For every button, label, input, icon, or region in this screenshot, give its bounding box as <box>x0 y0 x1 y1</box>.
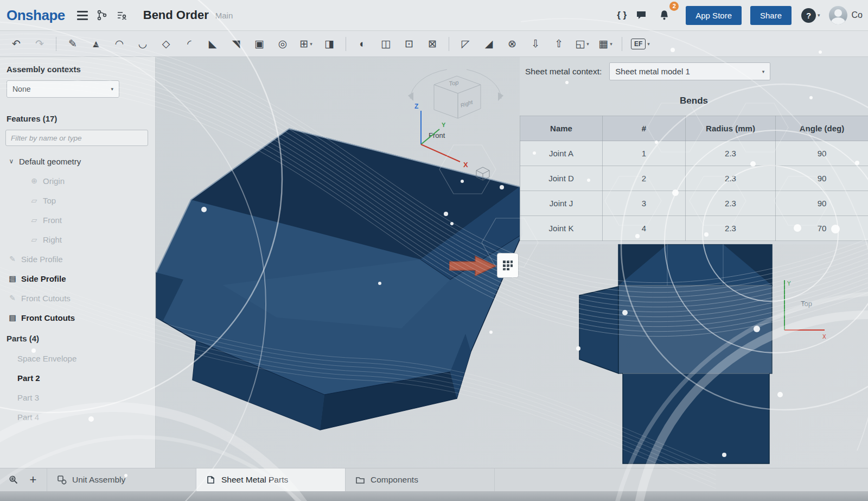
linear-pattern-icon: ⊞ <box>299 37 308 50</box>
comments-button[interactable] <box>631 5 651 25</box>
extrude-button[interactable]: ▲ <box>85 34 107 54</box>
add-tab-button[interactable]: + <box>24 471 42 489</box>
featurescript-button[interactable]: { } <box>612 5 631 25</box>
z-axis-label: Z <box>414 103 418 110</box>
feature-item-front-plane[interactable]: ▱ Front <box>0 210 155 230</box>
cell-angle[interactable]: 90 <box>776 166 868 191</box>
mirror-button[interactable]: ◨ <box>318 34 340 54</box>
flat-pattern-view[interactable]: Top Y X <box>569 238 840 471</box>
transform-button[interactable]: ⊡ <box>398 34 420 54</box>
shell-button[interactable]: ▣ <box>248 34 270 54</box>
tab-sheet-metal-parts[interactable]: Sheet Metal Parts <box>196 468 346 491</box>
redo-button[interactable]: ↷ <box>29 34 50 54</box>
insert-button[interactable]: ◱▾ <box>571 34 593 54</box>
sweep-button[interactable]: ◡ <box>132 34 154 54</box>
part-item-space-envelope[interactable]: Space Envelope <box>0 348 155 368</box>
cell-order[interactable]: 1 <box>603 141 686 166</box>
bend-table-button[interactable]: ▦▾ <box>595 34 616 54</box>
onshape-logo[interactable]: Onshape <box>7 7 65 24</box>
tab-components[interactable]: Components <box>346 468 495 491</box>
part-item-part-3[interactable]: Part 3 <box>0 388 155 407</box>
feature-toolbar: ↶ ↷ ✎ ▲ ◠ ◡ ◇ ◜ ◣ ◥ ▣ ◎ ⊞▾ ◨ ◐ ◫ ⊡ ⊠ ◸ ◢… <box>0 31 868 57</box>
feature-item-front-cutouts[interactable]: ▤ Front Cutouts <box>0 308 155 327</box>
toolbar-divider <box>449 37 449 51</box>
chevron-down-icon: ∨ <box>8 157 15 165</box>
cell-angle[interactable]: 90 <box>776 141 868 166</box>
sheet-metal-context-select[interactable]: Sheet metal model 1 ▾ <box>609 62 770 80</box>
draft-button[interactable]: ◥ <box>225 34 247 54</box>
feature-item-side-profile[interactable]: ▤ Side Profile <box>0 269 155 288</box>
fillet-button[interactable]: ◜ <box>178 34 200 54</box>
search-tabs-button[interactable] <box>4 471 23 489</box>
feature-item-top-plane[interactable]: ▱ Top <box>0 191 155 210</box>
chamfer-button[interactable]: ◣ <box>202 34 224 54</box>
folder-icon <box>355 475 365 484</box>
share-button[interactable]: Share <box>750 6 792 25</box>
table-row[interactable]: Joint A 1 2.3 90 <box>520 141 868 166</box>
cell-angle[interactable]: 70 <box>776 216 868 241</box>
split-button[interactable]: ◫ <box>375 34 397 54</box>
sheet-metal-context-value: Sheet metal model 1 <box>615 67 690 76</box>
loft-button[interactable]: ◇ <box>155 34 177 54</box>
table-row[interactable]: Joint K 4 2.3 70 <box>520 216 868 241</box>
toolbar-divider <box>346 37 346 51</box>
assembly-icon <box>57 475 67 485</box>
cell-radius[interactable]: 2.3 <box>686 216 776 241</box>
feature-item-side-profile-sketch[interactable]: ✎ Side Profile <box>0 249 155 269</box>
notifications-button[interactable]: 2 <box>654 5 674 25</box>
cell-order[interactable]: 4 <box>603 216 686 241</box>
cell-order[interactable]: 2 <box>603 166 686 191</box>
flange-button[interactable]: ◸ <box>455 34 476 54</box>
table-row[interactable]: Joint D 2 2.3 90 <box>520 166 868 191</box>
corner-break-button[interactable]: ◢ <box>478 34 500 54</box>
flat-pattern-toggle-button[interactable] <box>497 253 519 278</box>
feature-item-origin[interactable]: ⊕ Origin <box>0 171 155 191</box>
feature-item-front-cutouts-sketch[interactable]: ✎ Front Cutouts <box>0 288 155 308</box>
assembly-contexts-heading: Assembly contexts <box>0 65 155 74</box>
cell-radius[interactable]: 2.3 <box>686 191 776 216</box>
export-flat-button[interactable]: ⇩ <box>525 34 546 54</box>
app-store-button[interactable]: App Store <box>686 6 742 25</box>
publish-button[interactable]: ⇧ <box>548 34 570 54</box>
feature-tree: ∨ Default geometry ⊕ Origin ▱ Top ▱ Fron… <box>0 151 155 327</box>
sketch-button[interactable]: ✎ <box>62 34 84 54</box>
main-menu-button[interactable] <box>73 5 92 25</box>
feature-filter-input[interactable] <box>5 130 148 146</box>
user-avatar[interactable] <box>829 6 847 24</box>
cell-name[interactable]: Joint K <box>520 216 603 241</box>
follow-mode-button[interactable] <box>112 5 131 25</box>
part-item-part-2[interactable]: Part 2 <box>0 368 155 388</box>
boolean-button[interactable]: ◐ <box>352 34 373 54</box>
split-icon: ◫ <box>381 37 391 50</box>
cell-name[interactable]: Joint J <box>520 191 603 216</box>
feature-item-right-plane[interactable]: ▱ Right <box>0 230 155 249</box>
tab-bar: + Unit Assembly Sheet Metal Parts Co <box>0 468 868 491</box>
table-row[interactable]: Joint J 3 2.3 90 <box>520 191 868 216</box>
part-item-part-4[interactable]: Part 4 <box>0 407 155 427</box>
assembly-context-select[interactable]: None ▾ <box>7 80 119 98</box>
cell-name[interactable]: Joint D <box>520 166 603 191</box>
revolve-button[interactable]: ◠ <box>108 34 130 54</box>
undo-button[interactable]: ↶ <box>5 34 27 54</box>
delete-face-button[interactable]: ⊠ <box>422 34 443 54</box>
versions-button[interactable] <box>92 5 112 25</box>
chamfer-icon: ◣ <box>209 37 217 50</box>
cell-name[interactable]: Joint A <box>520 141 603 166</box>
publish-icon: ⇧ <box>554 37 563 50</box>
feature-group-default-geometry[interactable]: ∨ Default geometry <box>0 151 155 171</box>
workspace-name[interactable]: Main <box>215 11 233 20</box>
finish-sheet-metal-button[interactable]: ⊗ <box>501 34 523 54</box>
delete-face-icon: ⊠ <box>428 37 437 50</box>
custom-feature-ef-button[interactable]: EF▾ <box>628 34 653 54</box>
hole-button[interactable]: ◎ <box>272 34 293 54</box>
tab-unit-assembly[interactable]: Unit Assembly <box>47 468 196 491</box>
linear-pattern-button[interactable]: ⊞▾ <box>295 34 317 54</box>
cell-order[interactable]: 3 <box>603 191 686 216</box>
help-button[interactable]: ? <box>801 8 816 23</box>
flat-x-axis-label: X <box>822 334 826 340</box>
cell-radius[interactable]: 2.3 <box>686 166 776 191</box>
cell-radius[interactable]: 2.3 <box>686 141 776 166</box>
cell-angle[interactable]: 90 <box>776 191 868 216</box>
column-radius: Radius (mm) <box>686 116 776 141</box>
view-cube[interactable]: Top Right Front Z Y X <box>395 64 509 186</box>
